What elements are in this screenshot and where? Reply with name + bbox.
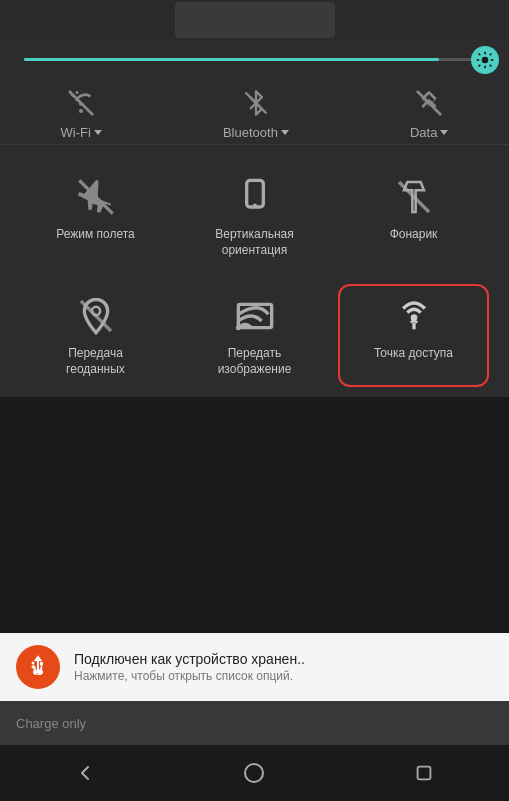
flashlight-icon: [392, 175, 436, 219]
airplane-label: Режим полета: [56, 227, 135, 243]
svg-line-16: [399, 182, 429, 212]
nav-recents-button[interactable]: [400, 749, 448, 797]
svg-line-7: [490, 53, 492, 55]
wifi-label-text: Wi-Fi: [61, 125, 91, 140]
usb-icon-circle: [16, 645, 60, 689]
bluetooth-off-icon: [238, 85, 274, 121]
notification-title: Подключен как устройство хранен..: [74, 651, 493, 667]
bottom-nav: [0, 745, 509, 801]
nav-home-button[interactable]: [230, 749, 278, 797]
recents-icon: [413, 762, 435, 784]
svg-point-0: [482, 56, 489, 63]
hotspot-label: Точка доступа: [374, 346, 453, 362]
sun-icon: [475, 50, 495, 70]
svg-line-12: [417, 91, 441, 115]
brightness-row: [0, 40, 509, 75]
data-chevron-icon: [440, 130, 448, 135]
charge-bar-label: Charge only: [16, 716, 86, 731]
svg-rect-14: [246, 180, 263, 207]
svg-line-5: [479, 53, 481, 55]
location-off-icon: [74, 294, 118, 338]
svg-point-29: [245, 764, 263, 782]
qs-grid: Режим полета Вертикальная ориентация Фон…: [20, 165, 489, 387]
notification-text-block: Подключен как устройство хранен.. Нажмит…: [74, 651, 493, 683]
brightness-thumb[interactable]: [471, 46, 499, 74]
usb-icon: [26, 655, 50, 679]
svg-point-20: [235, 325, 240, 330]
top-partial-bar: [0, 0, 509, 40]
brightness-fill: [24, 58, 439, 61]
qs-tile-rotation[interactable]: Вертикальная ориентация: [179, 165, 330, 268]
brightness-track[interactable]: [24, 58, 485, 61]
quick-toggle-data[interactable]: Data: [410, 85, 448, 140]
top-bar-handle: [175, 2, 335, 38]
bluetooth-label-text: Bluetooth: [223, 125, 278, 140]
cast-label: Передать изображение: [218, 346, 292, 377]
bluetooth-chevron-icon: [281, 130, 289, 135]
svg-rect-24: [40, 662, 43, 665]
rotation-label: Вертикальная ориентация: [215, 227, 294, 258]
wifi-chevron-icon: [94, 130, 102, 135]
bluetooth-label: Bluetooth: [223, 125, 289, 140]
svg-point-23: [32, 662, 35, 665]
nav-back-button[interactable]: [61, 749, 109, 797]
svg-point-10: [79, 109, 83, 113]
location-label: Передача геоданных: [66, 346, 125, 377]
svg-rect-30: [418, 767, 431, 780]
qs-tile-airplane[interactable]: Режим полета: [20, 165, 171, 268]
airplane-icon: [74, 175, 118, 219]
charge-bar: Charge only: [0, 701, 509, 745]
svg-line-6: [490, 64, 492, 66]
quick-settings-panel: Режим полета Вертикальная ориентация Фон…: [0, 145, 509, 397]
hotspot-icon: [392, 294, 436, 338]
svg-line-8: [479, 64, 481, 66]
notification-bar[interactable]: Подключен как устройство хранен.. Нажмит…: [0, 633, 509, 701]
qs-tile-flashlight[interactable]: Фонарик: [338, 165, 489, 268]
quick-toggle-wifi[interactable]: Wi-Fi: [61, 85, 102, 140]
wifi-off-icon: [63, 85, 99, 121]
data-label: Data: [410, 125, 448, 140]
wifi-label: Wi-Fi: [61, 125, 102, 140]
data-label-text: Data: [410, 125, 437, 140]
qs-tile-cast[interactable]: Передать изображение: [179, 284, 330, 387]
rotation-icon: [233, 175, 277, 219]
cast-icon: [233, 294, 277, 338]
data-off-icon: [411, 85, 447, 121]
back-icon: [73, 761, 97, 785]
flashlight-label: Фонарик: [390, 227, 438, 243]
quick-toggle-bluetooth[interactable]: Bluetooth: [223, 85, 289, 140]
qs-tile-hotspot[interactable]: Точка доступа: [338, 284, 489, 387]
notification-subtitle: Нажмите, чтобы открыть список опций.: [74, 669, 493, 683]
qs-tile-location[interactable]: Передача геоданных: [20, 284, 171, 387]
quick-toggle-row: Wi-Fi Bluetooth Data: [0, 75, 509, 145]
home-icon: [242, 761, 266, 785]
